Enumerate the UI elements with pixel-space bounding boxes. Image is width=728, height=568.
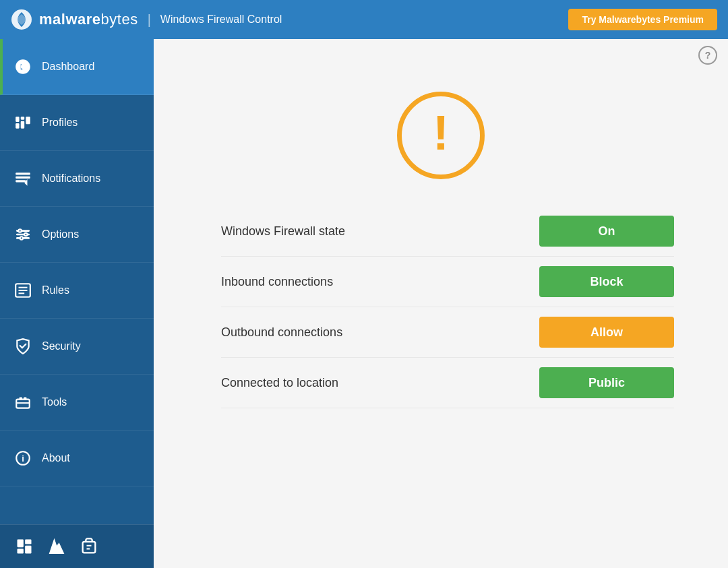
sidebar-label-security: Security bbox=[42, 340, 81, 352]
sidebar-item-rules[interactable]: Rules bbox=[0, 263, 154, 319]
sidebar-bottom-icon-1[interactable] bbox=[11, 533, 38, 560]
sidebar-bottom-icon-3[interactable] bbox=[75, 533, 102, 560]
svg-point-13 bbox=[19, 229, 22, 232]
sidebar-item-security[interactable]: Security bbox=[0, 319, 154, 375]
warning-exclamation: ! bbox=[433, 108, 449, 157]
status-badge-outbound[interactable]: Allow bbox=[539, 317, 674, 348]
malwarebytes-logo-icon bbox=[11, 9, 32, 30]
status-badge-firewall-state[interactable]: On bbox=[539, 216, 674, 247]
sidebar-item-dashboard[interactable]: Dashboard bbox=[0, 39, 154, 95]
status-row-inbound: Inbound connections Block bbox=[221, 257, 674, 307]
svg-rect-9 bbox=[16, 180, 26, 182]
content-area: ? ! Windows Firewall state On Inbound co… bbox=[154, 39, 728, 568]
sidebar-item-tools[interactable]: Tools bbox=[0, 375, 154, 431]
status-label-inbound: Inbound connections bbox=[221, 275, 539, 289]
sidebar-bottom bbox=[0, 524, 154, 568]
sidebar-label-notifications: Notifications bbox=[42, 172, 100, 185]
sidebar-label-options: Options bbox=[42, 228, 79, 241]
svg-point-1 bbox=[21, 65, 26, 69]
status-row-outbound: Outbound connections Allow bbox=[221, 307, 674, 358]
sidebar-label-profiles: Profiles bbox=[42, 117, 78, 129]
svg-rect-20 bbox=[16, 400, 30, 408]
status-label-location: Connected to location bbox=[221, 376, 539, 390]
title-bar-actions: Try Malwarebytes Premium bbox=[568, 9, 717, 30]
title-divider: | bbox=[148, 12, 151, 28]
profiles-icon bbox=[13, 113, 32, 132]
about-icon: i bbox=[13, 449, 32, 468]
status-label-outbound: Outbound connections bbox=[221, 325, 539, 340]
logo-text: malwarebytes bbox=[39, 11, 138, 28]
status-table: Windows Firewall state On Inbound connec… bbox=[154, 206, 728, 422]
svg-text:i: i bbox=[22, 453, 24, 464]
svg-rect-28 bbox=[25, 540, 31, 544]
svg-point-14 bbox=[24, 233, 27, 236]
warning-circle: ! bbox=[397, 92, 485, 179]
notifications-icon bbox=[13, 169, 32, 188]
svg-rect-22 bbox=[24, 397, 26, 400]
status-row-location: Connected to location Public bbox=[221, 358, 674, 408]
svg-rect-29 bbox=[25, 546, 31, 554]
svg-rect-3 bbox=[21, 117, 24, 119]
title-bar: malwarebytes | Windows Firewall Control … bbox=[0, 0, 728, 39]
sidebar-label-about: About bbox=[42, 452, 70, 464]
svg-rect-8 bbox=[16, 177, 30, 179]
logo: malwarebytes bbox=[11, 9, 138, 30]
svg-point-15 bbox=[20, 236, 23, 239]
sidebar-bottom-icon-2[interactable] bbox=[43, 533, 70, 560]
tools-icon bbox=[13, 393, 32, 412]
sidebar-label-tools: Tools bbox=[42, 396, 67, 408]
security-icon bbox=[13, 337, 32, 356]
warning-section: ! bbox=[154, 71, 728, 206]
sidebar-item-profiles[interactable]: Profiles bbox=[0, 95, 154, 151]
svg-rect-21 bbox=[20, 397, 22, 400]
main-layout: Dashboard Profiles bbox=[0, 39, 728, 568]
svg-rect-4 bbox=[26, 117, 30, 124]
premium-button[interactable]: Try Malwarebytes Premium bbox=[568, 9, 717, 30]
options-icon bbox=[13, 225, 32, 244]
status-row-firewall-state: Windows Firewall state On bbox=[221, 206, 674, 257]
app-name: Windows Firewall Control bbox=[160, 13, 282, 26]
svg-rect-7 bbox=[16, 172, 30, 175]
rules-icon bbox=[13, 281, 32, 300]
svg-rect-2 bbox=[16, 117, 19, 122]
svg-rect-5 bbox=[16, 123, 19, 129]
sidebar-item-options[interactable]: Options bbox=[0, 207, 154, 263]
svg-rect-27 bbox=[18, 549, 24, 554]
sidebar: Dashboard Profiles bbox=[0, 39, 154, 568]
svg-rect-6 bbox=[21, 121, 24, 129]
content-header: ? bbox=[154, 39, 728, 71]
dashboard-icon bbox=[13, 57, 32, 76]
sidebar-label-rules: Rules bbox=[42, 284, 69, 296]
svg-rect-30 bbox=[83, 542, 96, 553]
sidebar-item-about[interactable]: i About bbox=[0, 431, 154, 486]
status-label-firewall-state: Windows Firewall state bbox=[221, 224, 539, 239]
sidebar-item-notifications[interactable]: Notifications bbox=[0, 151, 154, 207]
status-badge-inbound[interactable]: Block bbox=[539, 266, 674, 297]
help-button[interactable]: ? bbox=[698, 46, 717, 65]
status-badge-location[interactable]: Public bbox=[539, 367, 674, 398]
svg-rect-26 bbox=[18, 540, 24, 548]
sidebar-label-dashboard: Dashboard bbox=[42, 61, 94, 73]
